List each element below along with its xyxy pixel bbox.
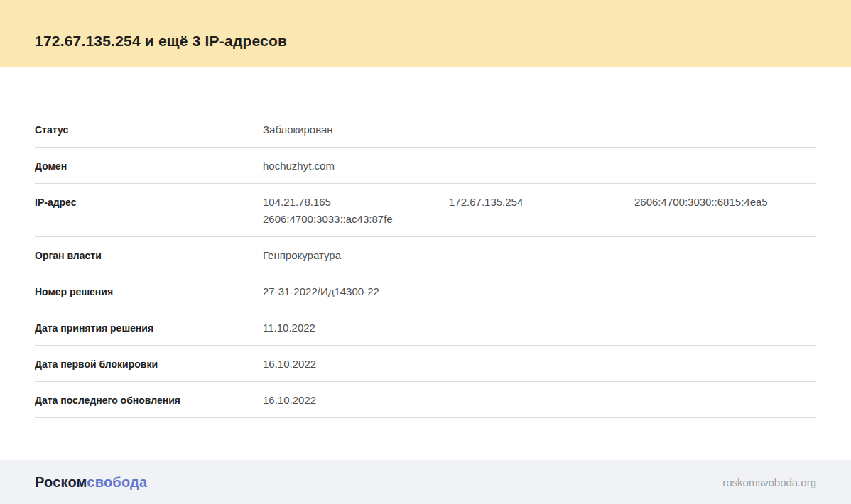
site-url-link[interactable]: roskomsvoboda.org	[722, 476, 816, 488]
row-label: Номер решения	[35, 283, 263, 300]
table-row-domain: Домен hochuzhyt.com	[35, 148, 816, 184]
record-details: Статус Заблокирован Домен hochuzhyt.com …	[0, 67, 851, 460]
page-footer: Роскомсвобода roskomsvoboda.org	[0, 460, 851, 504]
table-row-status: Статус Заблокирован	[35, 111, 816, 148]
logo-text-dark: Роском	[35, 474, 87, 490]
row-label: IP-адрес	[35, 194, 263, 211]
table-row-authority: Орган власти Генпрокуратура	[35, 237, 816, 273]
ip-address: 2606:4700:3033::ac43:87fe	[263, 211, 449, 228]
table-row-last-update-date: Дата последнего обновления 16.10.2022	[35, 382, 816, 418]
status-value: Заблокирован	[263, 121, 816, 138]
decision-date-value: 11.10.2022	[263, 319, 816, 336]
table-row-decision-date: Дата принятия решения 11.10.2022	[35, 309, 816, 346]
ip-address: 172.67.135.254	[449, 194, 634, 211]
page: 172.67.135.254 и ещё 3 IP-адресов Статус…	[0, 0, 851, 504]
table-row-decision-number: Номер решения 27-31-2022/Ид14300-22	[35, 273, 816, 309]
row-label: Орган власти	[35, 247, 263, 264]
page-header: 172.67.135.254 и ещё 3 IP-адресов	[0, 0, 851, 67]
row-label: Домен	[35, 158, 263, 175]
row-label: Дата принятия решения	[35, 319, 263, 336]
table-row-first-block-date: Дата первой блокировки 16.10.2022	[35, 346, 816, 382]
ip-address-list: 104.21.78.165 172.67.135.254 2606:4700:3…	[263, 194, 816, 228]
roskomsvoboda-logo[interactable]: Роскомсвобода	[35, 474, 147, 491]
row-label: Статус	[35, 121, 263, 138]
row-label: Дата первой блокировки	[35, 356, 263, 373]
row-label: Дата последнего обновления	[35, 392, 263, 409]
last-update-date-value: 16.10.2022	[263, 392, 816, 409]
first-block-date-value: 16.10.2022	[263, 356, 816, 373]
decision-number-value: 27-31-2022/Ид14300-22	[263, 283, 816, 300]
ip-address: 104.21.78.165	[263, 194, 449, 211]
table-row-ip-addresses: IP-адрес 104.21.78.165 172.67.135.254 26…	[35, 184, 816, 237]
ip-address: 2606:4700:3030::6815:4ea5	[634, 194, 816, 211]
authority-value: Генпрокуратура	[263, 247, 816, 264]
page-title: 172.67.135.254 и ещё 3 IP-адресов	[35, 32, 816, 50]
domain-value: hochuzhyt.com	[263, 158, 816, 175]
logo-text-accent: свобода	[87, 474, 147, 490]
